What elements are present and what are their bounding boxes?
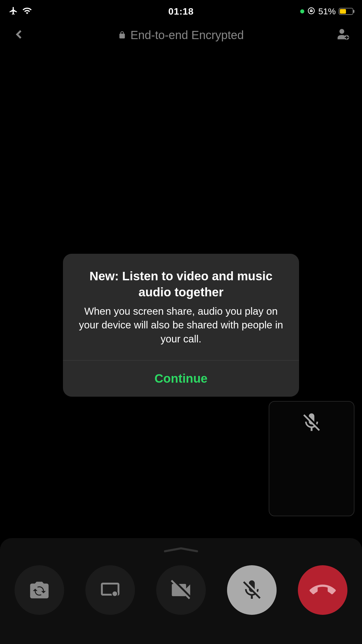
dialog-title: New: Listen to video and music audio tog… <box>75 268 287 300</box>
orientation-lock-icon <box>307 7 315 16</box>
add-participant-button[interactable] <box>336 27 350 43</box>
wifi-icon <box>22 6 32 17</box>
svg-point-2 <box>112 591 117 596</box>
call-header: End-to-end Encrypted <box>0 18 362 52</box>
flip-camera-button[interactable] <box>15 565 64 615</box>
continue-button[interactable]: Continue <box>63 360 299 397</box>
status-time: 01:18 <box>168 6 194 17</box>
feature-announcement-dialog: New: Listen to video and music audio tog… <box>63 254 299 397</box>
dialog-content: New: Listen to video and music audio tog… <box>63 254 299 360</box>
status-left <box>9 6 32 17</box>
lock-icon <box>118 29 126 42</box>
self-view-thumbnail[interactable] <box>269 401 354 516</box>
dialog-body: When you screen share, audio you play on… <box>75 304 287 346</box>
recording-indicator-icon <box>300 9 304 13</box>
sheet-grabber[interactable] <box>164 547 198 549</box>
screen-share-button[interactable] <box>85 565 135 615</box>
battery-icon <box>339 8 353 15</box>
status-bar: 01:18 51% <box>0 0 362 18</box>
airplane-icon <box>9 6 18 17</box>
back-button[interactable] <box>12 27 26 43</box>
toggle-mute-button[interactable] <box>227 565 277 615</box>
end-call-button[interactable] <box>298 565 347 615</box>
svg-point-0 <box>340 29 345 34</box>
control-buttons-row <box>15 565 347 615</box>
encryption-text: End-to-end Encrypted <box>130 29 244 42</box>
status-right: 51% <box>300 6 353 16</box>
battery-percent: 51% <box>318 6 336 16</box>
call-controls-sheet <box>0 538 362 644</box>
mic-muted-icon <box>301 412 323 435</box>
toggle-video-button[interactable] <box>156 565 206 615</box>
encryption-label: End-to-end Encrypted <box>118 29 244 42</box>
